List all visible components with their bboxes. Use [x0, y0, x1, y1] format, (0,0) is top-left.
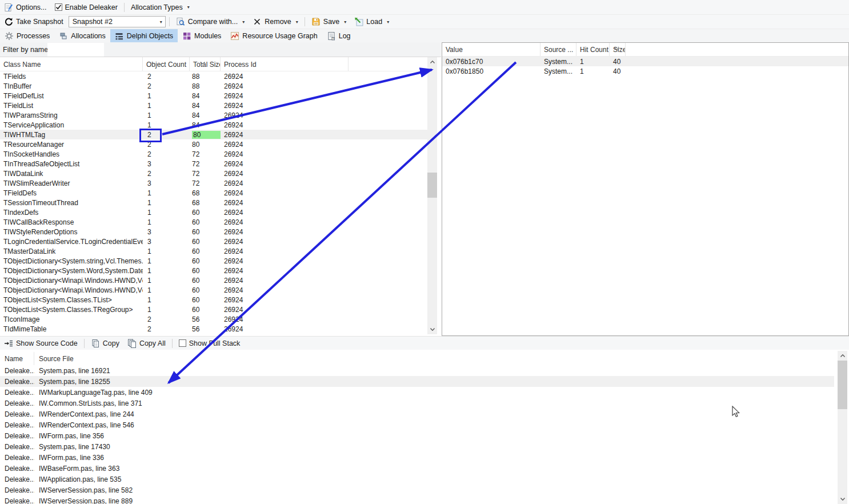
tab-modules-label: Modules — [194, 32, 221, 40]
process-id-cell: 26924 — [221, 296, 349, 304]
column-header-value[interactable]: Value — [442, 43, 540, 56]
table-row[interactable]: 0x076b1c70System...140 — [442, 57, 848, 66]
tab-processes[interactable]: Processes — [0, 29, 54, 42]
column-header-class-name[interactable]: Class Name — [0, 57, 143, 71]
show-full-stack-toggle[interactable]: Show Full Stack — [175, 337, 245, 350]
save-button[interactable]: Save ▾ — [307, 15, 351, 29]
show-source-code-button[interactable]: Show Source Code — [0, 337, 82, 350]
table-row[interactable]: Deleake...IWServerSession.pas, line 582 — [0, 485, 834, 495]
column-header-name[interactable]: Name — [0, 352, 34, 365]
column-header-process-id[interactable]: Process Id — [221, 57, 349, 71]
table-row[interactable]: TFieldList18426924 — [0, 101, 427, 110]
copy-all-button[interactable]: Copy All — [123, 337, 170, 350]
load-button[interactable]: Load ▾ — [350, 15, 393, 29]
enable-deleaker-toggle[interactable]: Enable Deleaker — [51, 0, 122, 14]
class-name-cell: TMasterDataLink — [0, 247, 143, 255]
options-button[interactable]: Options... — [0, 0, 51, 14]
table-row[interactable]: TInSocketHandles27226924 — [0, 149, 427, 159]
column-header-hit-count[interactable]: Hit Count — [576, 43, 610, 56]
table-row[interactable]: TIWCallBackResponse16026924 — [0, 217, 427, 227]
scroll-down-icon[interactable] — [427, 325, 437, 334]
table-row[interactable]: TLoginCredentialService.TLoginCredential… — [0, 237, 427, 246]
toolbar-separator — [84, 339, 85, 348]
scroll-down-icon[interactable] — [838, 494, 847, 504]
table-row[interactable]: 0x076b1850System...140 — [442, 66, 848, 76]
enable-deleaker-checkbox[interactable] — [55, 3, 62, 11]
table-row[interactable]: TIWHTMLTag28026924 — [0, 130, 427, 139]
value-cell: 0x076b1c70 — [442, 58, 540, 66]
allocation-types-dropdown[interactable]: Allocation Types ▾ — [127, 0, 194, 14]
table-row[interactable]: Deleake...IWBaseForm.pas, line 363 — [0, 463, 834, 474]
table-row[interactable]: TIWStyleRenderOptions36026924 — [0, 227, 427, 237]
tab-allocations[interactable]: Allocations — [54, 29, 110, 42]
table-row[interactable]: TIndexDefs16026924 — [0, 207, 427, 217]
show-full-stack-checkbox[interactable] — [179, 339, 186, 347]
column-header-object-count[interactable]: Object Count — [143, 57, 190, 71]
remove-button[interactable]: Remove ▾ — [249, 15, 302, 29]
tab-modules[interactable]: Modules — [178, 29, 226, 42]
table-row[interactable]: TIWParamsString18426924 — [0, 110, 427, 120]
objects-scrollbar[interactable] — [427, 57, 437, 334]
table-row[interactable]: Deleake...System.pas, line 18255 — [0, 376, 834, 387]
scroll-up-icon[interactable] — [427, 57, 437, 67]
total-size-cell: 60 — [190, 247, 221, 255]
class-name-cell: TInSocketHandles — [0, 150, 143, 158]
snapshot-select[interactable]: Snapshot #2 ▾ — [69, 16, 166, 27]
filter-by-name-input[interactable] — [47, 43, 104, 57]
table-row[interactable]: TObjectDictionary<System.string,Vcl.Them… — [0, 256, 427, 266]
object-count-cell: 3 — [143, 238, 190, 246]
table-row[interactable]: Deleake...IWRenderContext.pas, line 244 — [0, 409, 834, 419]
table-row[interactable]: TIWSlimReaderWriter37226924 — [0, 178, 427, 188]
table-row[interactable]: TServiceApplication18426924 — [0, 120, 427, 130]
table-row[interactable]: Deleake...IWForm.pas, line 336 — [0, 452, 834, 463]
scrollbar-thumb[interactable] — [838, 361, 847, 409]
process-id-cell: 26924 — [221, 92, 349, 100]
table-row[interactable]: TObjectList<System.Classes.TList>1602692… — [0, 295, 427, 305]
table-row[interactable]: Deleake...IWMarkupLanguageTag.pas, line … — [0, 387, 834, 398]
tab-delphi-objects[interactable]: Delphi Objects — [110, 29, 178, 42]
table-row[interactable]: TObjectDictionary<Winapi.Windows.HWND,Vc… — [0, 275, 427, 285]
table-row[interactable]: TIconImage25626924 — [0, 314, 427, 324]
table-row[interactable]: TObjectList<System.Classes.TRegGroup>160… — [0, 305, 427, 314]
total-size-cell: 60 — [190, 238, 221, 246]
column-header-source[interactable]: Source ... — [540, 43, 576, 56]
table-row[interactable]: TSessionTimeoutThread16826924 — [0, 198, 427, 207]
table-row[interactable]: Deleake...IWServerSession.pas, line 889 — [0, 495, 834, 504]
class-name-cell: TInBuffer — [0, 82, 143, 90]
table-row[interactable]: TObjectDictionary<System.Word,System.Dat… — [0, 266, 427, 275]
table-row[interactable]: TObjectDictionary<Winapi.Windows.HWND,Vc… — [0, 285, 427, 295]
take-snapshot-button[interactable]: Take Snapshot — [0, 15, 67, 29]
table-row[interactable]: Deleake...IW.Common.StrLists.pas, line 3… — [0, 398, 834, 409]
table-row[interactable]: TInThreadSafeObjectList37226924 — [0, 159, 427, 169]
source-file-cell: IWRenderContext.pas, line 546 — [34, 421, 457, 429]
copy-button[interactable]: Copy — [87, 337, 123, 350]
total-size-cell: 72 — [190, 179, 221, 187]
tab-log[interactable]: 4 Log — [322, 29, 355, 42]
scrollbar-thumb[interactable] — [427, 173, 437, 198]
stack-scrollbar[interactable] — [838, 351, 847, 504]
compare-with-button[interactable]: Compare with... ▾ — [172, 15, 249, 29]
copy-icon — [91, 339, 100, 348]
table-row[interactable]: TFieldDefs16826924 — [0, 188, 427, 198]
tab-resource-usage-graph[interactable]: Resource Usage Graph — [226, 29, 322, 42]
table-row[interactable]: Deleake...IWApplication.pas, line 535 — [0, 474, 834, 485]
column-header-size[interactable]: Size — [610, 43, 626, 56]
name-cell: Deleake... — [0, 465, 34, 473]
table-row[interactable]: TFieldDefList18426924 — [0, 91, 427, 101]
chart-icon — [230, 31, 239, 41]
column-header-total-size[interactable]: Total Size — [190, 57, 221, 71]
table-row[interactable]: Deleake...IWForm.pas, line 356 — [0, 430, 834, 441]
scroll-up-icon[interactable] — [838, 351, 847, 361]
table-row[interactable]: Deleake...System.pas, line 16921 — [0, 365, 834, 376]
process-id-cell: 26924 — [221, 170, 349, 178]
table-row[interactable]: TResourceManager28026924 — [0, 139, 427, 149]
table-row[interactable]: TMasterDataLink16026924 — [0, 246, 427, 256]
table-row[interactable]: TInBuffer28826924 — [0, 81, 427, 91]
table-row[interactable]: Deleake...System.pas, line 17430 — [0, 441, 834, 452]
class-name-cell: TInThreadSafeObjectList — [0, 160, 143, 168]
table-row[interactable]: TIWDataLink27226924 — [0, 169, 427, 178]
table-row[interactable]: TIdMimeTable25626924 — [0, 324, 427, 334]
column-header-source-file[interactable]: Source File — [34, 352, 457, 365]
table-row[interactable]: Deleake...IWRenderContext.pas, line 546 — [0, 419, 834, 430]
table-row[interactable]: TFields28826924 — [0, 71, 427, 81]
